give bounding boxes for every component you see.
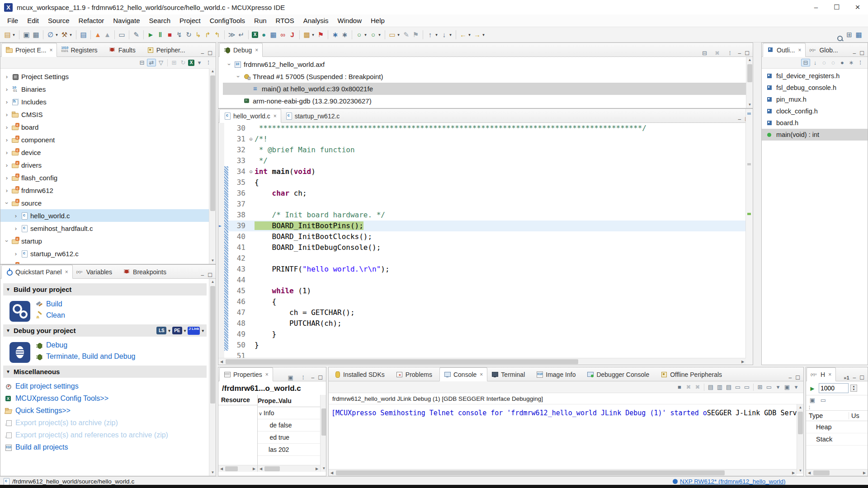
tree-item-startup[interactable]: startup [0, 235, 216, 247]
chevron-icon[interactable] [226, 61, 232, 68]
display-caret-icon[interactable]: ▾ [774, 384, 782, 390]
word-wrap-icon[interactable]: ▤ [725, 384, 733, 390]
tab-startup-rw612-c[interactable]: startup_rw612.c [281, 109, 347, 122]
console-hscrollbar[interactable]: ◀▶ [329, 469, 797, 476]
toolbar-icon[interactable] [328, 30, 328, 39]
minimize-view-icon[interactable]: – [853, 50, 856, 56]
chevron-icon[interactable] [4, 111, 9, 118]
collapse-all-icon[interactable]: ⊟ [801, 59, 810, 66]
clear-console-icon[interactable]: ▤ [707, 384, 715, 390]
maximize-view-icon[interactable]: ☐ [318, 375, 323, 381]
chevron-icon[interactable] [13, 225, 19, 232]
link-build[interactable]: Build [36, 300, 65, 308]
minimize-view-icon[interactable]: – [738, 50, 741, 56]
collapse-all-icon[interactable]: ⊟ [701, 50, 709, 56]
next-dropdown-icon[interactable]: ▾ [434, 33, 439, 37]
close-button[interactable]: × [847, 0, 868, 14]
tab-global-variables[interactable]: Glob... [806, 43, 845, 56]
heap-sample-count-input[interactable] [819, 383, 849, 393]
close-tab-icon[interactable]: × [480, 371, 483, 378]
prev-dropdown-icon[interactable]: ▾ [448, 33, 453, 37]
chevron-icon[interactable] [4, 124, 9, 131]
new-dropdown-icon[interactable]: ▾ [12, 33, 16, 37]
chevron-icon[interactable] [236, 98, 241, 104]
view-menu-icon[interactable]: ⁞ [856, 59, 864, 66]
tree-item-flash-config[interactable]: flash_config [0, 171, 216, 184]
forward-icon[interactable]: → [473, 31, 481, 38]
tab-installed-sdks[interactable]: Installed SDKs [330, 368, 392, 381]
run-dropdown-icon[interactable]: ▾ [363, 33, 368, 37]
tab-properties[interactable]: Properties × [219, 367, 273, 381]
outline-item-board[interactable]: board.h [762, 117, 868, 129]
menu-item[interactable]: Refactor [74, 17, 109, 24]
package-icon[interactable]: ▩ [303, 31, 311, 39]
analysis-icon[interactable]: ▦ [269, 31, 277, 39]
chevron-icon[interactable] [4, 99, 9, 105]
instruction-stepping-icon[interactable]: ≫ [228, 31, 236, 39]
link-quick-settings[interactable]: Quick Settings>> [5, 407, 207, 415]
sort-icon[interactable]: ↓ [811, 59, 819, 66]
step-over-icon[interactable]: ↱ [204, 31, 212, 39]
tab-registers[interactable]: Registers [57, 43, 104, 56]
remove-launch-icon[interactable]: ✖ [684, 384, 693, 390]
run-config-icon[interactable]: ○ [355, 31, 363, 38]
chevron-icon[interactable] [4, 73, 9, 80]
resource-hscrollbar[interactable]: ◀▶ [218, 465, 257, 472]
tab-peripherals[interactable]: Peripher... [143, 43, 193, 56]
toolbar-icon[interactable] [423, 30, 423, 39]
minimize-button[interactable]: – [806, 0, 826, 14]
minimize-view-icon[interactable]: – [853, 375, 856, 381]
config-tools-icon[interactable]: X [252, 32, 258, 38]
collapse-all-icon[interactable]: ⊟ [138, 59, 146, 66]
close-tab-icon[interactable]: × [265, 371, 269, 378]
tab-faults[interactable]: Faults [105, 43, 143, 56]
pin-icon[interactable]: ⊞ [170, 59, 178, 66]
resource-column-header[interactable]: Resource [218, 395, 257, 405]
pin-view-icon[interactable]: ▭ [819, 397, 827, 404]
tab-image-info[interactable]: Image Info [532, 368, 583, 381]
tab-console[interactable]: Console × [439, 367, 487, 381]
refresh-icon[interactable]: ↻ [179, 59, 187, 66]
menu-item[interactable]: Run [250, 17, 271, 24]
toolbar-icon[interactable] [299, 30, 300, 39]
code-editor[interactable]: 30 *************************************… [218, 123, 753, 365]
forward-dropdown-icon[interactable]: ▾ [481, 33, 486, 37]
breakpoints-dropdown-icon[interactable]: ▾ [55, 33, 59, 37]
save-all-icon[interactable]: ▦ [32, 31, 40, 39]
heap-count-stepper[interactable]: ▲▼ [850, 385, 857, 392]
toolbar-icon[interactable] [385, 30, 385, 39]
properties-vscrollbar[interactable]: ▼ [320, 395, 326, 472]
section-build-your-project[interactable]: ▼ Build your project [3, 283, 207, 296]
tab-debug[interactable]: Debug × [219, 43, 263, 57]
rtos-icon[interactable]: ∗ [331, 31, 339, 39]
property-row[interactable]: Prope... Valu [258, 395, 326, 407]
remove-launch-icon[interactable]: ✖ [713, 50, 722, 56]
menu-item[interactable]: Help [366, 17, 389, 24]
menu-item[interactable]: Source [43, 17, 74, 24]
hide-fields-icon[interactable]: ◌ [820, 59, 828, 66]
run-heap-check-icon[interactable]: ► [808, 385, 816, 392]
toolbar-icon[interactable] [129, 30, 129, 39]
save-icon[interactable]: ▣ [23, 31, 30, 39]
tree-item-utilities[interactable]: utilities [0, 260, 216, 264]
build-dropdown-icon[interactable]: ▾ [69, 33, 73, 37]
device-status-link[interactable]: NXP RW612* (frdmrw612_hello_world) [680, 478, 786, 485]
terminate-icon[interactable]: ■ [166, 31, 174, 38]
tree-item-binaries[interactable]: Binaries [0, 83, 216, 95]
show-stderr-icon[interactable]: ▭ [743, 384, 751, 390]
maximize-view-icon[interactable]: ☐ [745, 50, 750, 56]
hide-non-public-icon[interactable]: ● [838, 59, 846, 66]
editor-overview-ruler[interactable] [745, 109, 753, 365]
chevron-icon[interactable] [4, 187, 9, 194]
tree-item-board[interactable]: board [0, 121, 216, 133]
minimize-view-icon[interactable]: – [201, 272, 204, 278]
console-toolbar-icon[interactable] [753, 384, 754, 391]
tree-item-includes[interactable]: Includes [0, 95, 216, 108]
view-overflow-indicator[interactable]: »1 [844, 375, 849, 380]
view-menu-icon[interactable]: ⁞ [806, 405, 868, 410]
step-return-icon[interactable]: ↰ [213, 31, 221, 39]
toolbar-icon[interactable] [43, 30, 43, 39]
maximize-view-icon[interactable]: ☐ [208, 272, 212, 278]
tab-hello-world-c[interactable]: hello_world.c × [219, 109, 281, 123]
view-toolbar-icon[interactable] [167, 59, 168, 66]
